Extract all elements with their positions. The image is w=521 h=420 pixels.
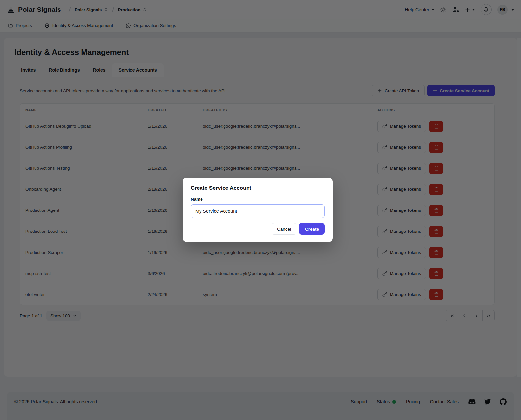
create-service-account-dialog: Create Service Account Name Cancel Creat… bbox=[183, 178, 333, 242]
service-account-name-input[interactable] bbox=[191, 204, 325, 218]
create-button[interactable]: Create bbox=[299, 223, 325, 235]
cancel-button[interactable]: Cancel bbox=[272, 223, 296, 235]
dialog-title: Create Service Account bbox=[191, 185, 325, 191]
name-field-label: Name bbox=[191, 197, 325, 202]
app-viewport: Polar Signals Polar Signals Production H… bbox=[0, 0, 521, 420]
